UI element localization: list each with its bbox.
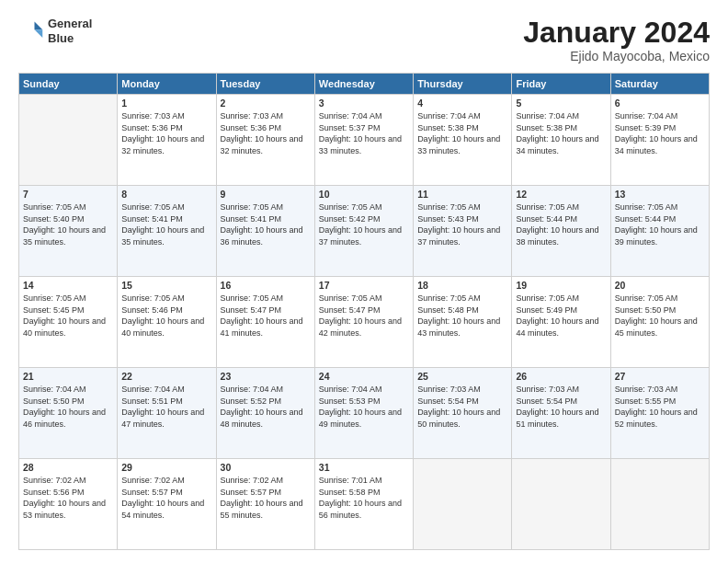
calendar-cell: 31Sunrise: 7:01 AMSunset: 5:58 PMDayligh… bbox=[314, 459, 413, 550]
calendar-cell: 4Sunrise: 7:04 AMSunset: 5:38 PMDaylight… bbox=[414, 95, 512, 186]
day-number: 30 bbox=[221, 462, 311, 473]
day-header-saturday: Saturday bbox=[610, 74, 709, 95]
day-number: 7 bbox=[23, 189, 113, 200]
day-number: 16 bbox=[221, 280, 311, 291]
cell-info: Sunrise: 7:03 AMSunset: 5:36 PMDaylight:… bbox=[221, 110, 311, 156]
cell-info: Sunrise: 7:05 AMSunset: 5:48 PMDaylight:… bbox=[417, 293, 507, 339]
day-header-sunday: Sunday bbox=[19, 74, 118, 95]
week-row-1: 1Sunrise: 7:03 AMSunset: 5:36 PMDaylight… bbox=[19, 95, 710, 186]
calendar-cell bbox=[512, 459, 610, 550]
cell-info: Sunrise: 7:01 AMSunset: 5:58 PMDaylight:… bbox=[319, 475, 409, 521]
cell-info: Sunrise: 7:05 AMSunset: 5:42 PMDaylight:… bbox=[319, 201, 409, 247]
logo-text: General Blue bbox=[48, 17, 92, 45]
day-number: 4 bbox=[417, 98, 507, 109]
calendar-table: SundayMondayTuesdayWednesdayThursdayFrid… bbox=[18, 73, 710, 550]
calendar-cell: 29Sunrise: 7:02 AMSunset: 5:57 PMDayligh… bbox=[118, 459, 216, 550]
cell-info: Sunrise: 7:03 AMSunset: 5:55 PMDaylight:… bbox=[615, 384, 705, 430]
day-number: 10 bbox=[319, 189, 409, 200]
day-number: 1 bbox=[121, 98, 211, 109]
calendar-cell: 26Sunrise: 7:03 AMSunset: 5:54 PMDayligh… bbox=[512, 368, 610, 459]
cell-info: Sunrise: 7:03 AMSunset: 5:54 PMDaylight:… bbox=[516, 384, 606, 430]
day-header-wednesday: Wednesday bbox=[314, 74, 413, 95]
cell-info: Sunrise: 7:04 AMSunset: 5:50 PMDaylight:… bbox=[23, 384, 113, 430]
day-number: 20 bbox=[615, 280, 705, 291]
cell-info: Sunrise: 7:05 AMSunset: 5:43 PMDaylight:… bbox=[417, 201, 507, 247]
calendar-cell: 3Sunrise: 7:04 AMSunset: 5:37 PMDaylight… bbox=[314, 95, 413, 186]
cell-info: Sunrise: 7:04 AMSunset: 5:38 PMDaylight:… bbox=[417, 110, 507, 156]
cell-info: Sunrise: 7:04 AMSunset: 5:51 PMDaylight:… bbox=[121, 384, 211, 430]
cell-info: Sunrise: 7:05 AMSunset: 5:47 PMDaylight:… bbox=[221, 293, 311, 339]
calendar-cell: 21Sunrise: 7:04 AMSunset: 5:50 PMDayligh… bbox=[19, 368, 118, 459]
header-row: SundayMondayTuesdayWednesdayThursdayFrid… bbox=[19, 74, 710, 95]
day-number: 22 bbox=[121, 371, 211, 382]
day-number: 8 bbox=[121, 189, 211, 200]
calendar-cell: 27Sunrise: 7:03 AMSunset: 5:55 PMDayligh… bbox=[610, 368, 709, 459]
calendar-cell: 7Sunrise: 7:05 AMSunset: 5:40 PMDaylight… bbox=[19, 186, 118, 277]
calendar-cell: 5Sunrise: 7:04 AMSunset: 5:38 PMDaylight… bbox=[512, 95, 610, 186]
calendar-cell: 15Sunrise: 7:05 AMSunset: 5:46 PMDayligh… bbox=[118, 277, 216, 368]
day-number: 9 bbox=[221, 189, 311, 200]
day-number: 3 bbox=[319, 98, 409, 109]
cell-info: Sunrise: 7:04 AMSunset: 5:38 PMDaylight:… bbox=[516, 110, 606, 156]
calendar-cell: 22Sunrise: 7:04 AMSunset: 5:51 PMDayligh… bbox=[118, 368, 216, 459]
day-header-monday: Monday bbox=[118, 74, 216, 95]
calendar-cell bbox=[414, 459, 512, 550]
cell-info: Sunrise: 7:05 AMSunset: 5:44 PMDaylight:… bbox=[615, 201, 705, 247]
calendar-cell bbox=[610, 459, 709, 550]
day-number: 27 bbox=[615, 371, 705, 382]
week-row-2: 7Sunrise: 7:05 AMSunset: 5:40 PMDaylight… bbox=[19, 186, 710, 277]
calendar-cell: 10Sunrise: 7:05 AMSunset: 5:42 PMDayligh… bbox=[314, 186, 413, 277]
cell-info: Sunrise: 7:05 AMSunset: 5:47 PMDaylight:… bbox=[319, 293, 409, 339]
header: General Blue January 2024 Ejido Mayocoba… bbox=[18, 17, 710, 63]
day-number: 21 bbox=[23, 371, 113, 382]
calendar-cell: 2Sunrise: 7:03 AMSunset: 5:36 PMDaylight… bbox=[216, 95, 314, 186]
day-number: 13 bbox=[615, 189, 705, 200]
day-number: 17 bbox=[319, 280, 409, 291]
subtitle: Ejido Mayocoba, Mexico bbox=[523, 49, 710, 63]
title-block: January 2024 Ejido Mayocoba, Mexico bbox=[523, 17, 710, 63]
cell-info: Sunrise: 7:04 AMSunset: 5:53 PMDaylight:… bbox=[319, 384, 409, 430]
cell-info: Sunrise: 7:03 AMSunset: 5:54 PMDaylight:… bbox=[417, 384, 507, 430]
day-number: 24 bbox=[319, 371, 409, 382]
day-number: 18 bbox=[417, 280, 507, 291]
calendar-cell: 16Sunrise: 7:05 AMSunset: 5:47 PMDayligh… bbox=[216, 277, 314, 368]
cell-info: Sunrise: 7:05 AMSunset: 5:40 PMDaylight:… bbox=[23, 201, 113, 247]
day-number: 29 bbox=[121, 462, 211, 473]
calendar-cell: 9Sunrise: 7:05 AMSunset: 5:41 PMDaylight… bbox=[216, 186, 314, 277]
calendar-cell: 25Sunrise: 7:03 AMSunset: 5:54 PMDayligh… bbox=[414, 368, 512, 459]
calendar-cell: 11Sunrise: 7:05 AMSunset: 5:43 PMDayligh… bbox=[414, 186, 512, 277]
calendar-cell: 23Sunrise: 7:04 AMSunset: 5:52 PMDayligh… bbox=[216, 368, 314, 459]
calendar-cell: 18Sunrise: 7:05 AMSunset: 5:48 PMDayligh… bbox=[414, 277, 512, 368]
day-header-friday: Friday bbox=[512, 74, 610, 95]
cell-info: Sunrise: 7:04 AMSunset: 5:37 PMDaylight:… bbox=[319, 110, 409, 156]
day-number: 12 bbox=[516, 189, 606, 200]
cell-info: Sunrise: 7:05 AMSunset: 5:41 PMDaylight:… bbox=[221, 201, 311, 247]
cell-info: Sunrise: 7:05 AMSunset: 5:50 PMDaylight:… bbox=[615, 293, 705, 339]
logo: General Blue bbox=[18, 17, 92, 45]
cell-info: Sunrise: 7:04 AMSunset: 5:52 PMDaylight:… bbox=[221, 384, 311, 430]
day-number: 2 bbox=[221, 98, 311, 109]
day-number: 11 bbox=[417, 189, 507, 200]
day-number: 28 bbox=[23, 462, 113, 473]
cell-info: Sunrise: 7:05 AMSunset: 5:41 PMDaylight:… bbox=[121, 201, 211, 247]
calendar-cell: 19Sunrise: 7:05 AMSunset: 5:49 PMDayligh… bbox=[512, 277, 610, 368]
calendar-cell: 17Sunrise: 7:05 AMSunset: 5:47 PMDayligh… bbox=[314, 277, 413, 368]
calendar-cell: 6Sunrise: 7:04 AMSunset: 5:39 PMDaylight… bbox=[610, 95, 709, 186]
cell-info: Sunrise: 7:02 AMSunset: 5:57 PMDaylight:… bbox=[121, 475, 211, 521]
cell-info: Sunrise: 7:05 AMSunset: 5:44 PMDaylight:… bbox=[516, 201, 606, 247]
calendar-cell: 8Sunrise: 7:05 AMSunset: 5:41 PMDaylight… bbox=[118, 186, 216, 277]
calendar-cell: 20Sunrise: 7:05 AMSunset: 5:50 PMDayligh… bbox=[610, 277, 709, 368]
calendar-cell: 1Sunrise: 7:03 AMSunset: 5:36 PMDaylight… bbox=[118, 95, 216, 186]
week-row-5: 28Sunrise: 7:02 AMSunset: 5:56 PMDayligh… bbox=[19, 459, 710, 550]
day-number: 6 bbox=[615, 98, 705, 109]
calendar-cell: 28Sunrise: 7:02 AMSunset: 5:56 PMDayligh… bbox=[19, 459, 118, 550]
calendar-cell: 14Sunrise: 7:05 AMSunset: 5:45 PMDayligh… bbox=[19, 277, 118, 368]
calendar-cell: 24Sunrise: 7:04 AMSunset: 5:53 PMDayligh… bbox=[314, 368, 413, 459]
day-number: 14 bbox=[23, 280, 113, 291]
week-row-3: 14Sunrise: 7:05 AMSunset: 5:45 PMDayligh… bbox=[19, 277, 710, 368]
day-number: 26 bbox=[516, 371, 606, 382]
day-header-tuesday: Tuesday bbox=[216, 74, 314, 95]
calendar-cell: 13Sunrise: 7:05 AMSunset: 5:44 PMDayligh… bbox=[610, 186, 709, 277]
cell-info: Sunrise: 7:04 AMSunset: 5:39 PMDaylight:… bbox=[615, 110, 705, 156]
cell-info: Sunrise: 7:05 AMSunset: 5:49 PMDaylight:… bbox=[516, 293, 606, 339]
